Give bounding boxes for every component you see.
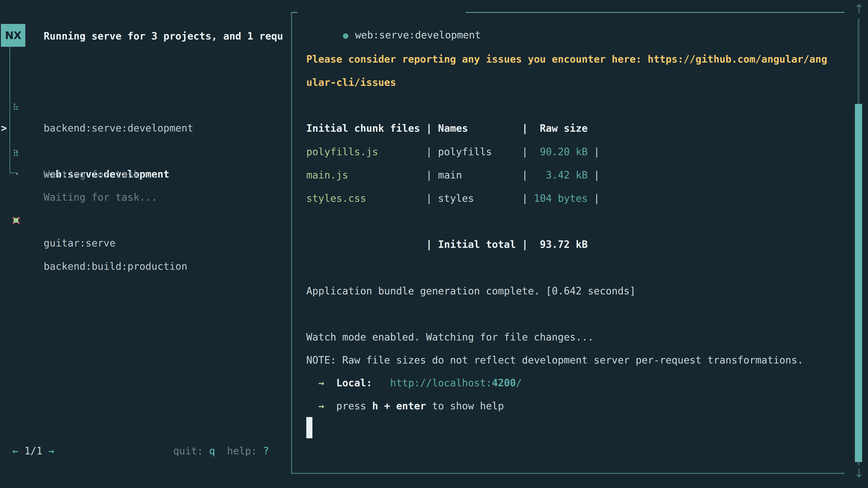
task-row-web-serve[interactable]: > ⣦ web:serve:development <box>0 94 291 117</box>
text-segment: | <box>516 146 534 158</box>
local-url-line: → Local: http://localhost:4200/ <box>306 371 522 394</box>
run-summary-title: Running serve for 3 projects, and 1 requ <box>43 25 283 48</box>
local-url-port[interactable]: 4200 <box>492 377 516 389</box>
text-segment: | <box>516 193 534 204</box>
text-segment: | <box>516 169 534 181</box>
pager: ← 1/1 → <box>12 440 54 462</box>
chunk-file: polyfills.js <box>306 146 420 158</box>
chunk-size: 3.42 kB <box>534 169 588 181</box>
task-label: Waiting for task... <box>43 163 157 186</box>
task-row-backend-build[interactable]: backend:build:production <box>0 209 291 232</box>
shortcut-hints: quit: q help: ? <box>173 440 269 462</box>
help-label: help: <box>227 445 263 457</box>
text-segment: | <box>588 169 600 181</box>
quit-key: q <box>209 445 215 457</box>
panel-border-left <box>291 12 292 474</box>
text-segment: press <box>336 400 372 412</box>
help-hint-line: → press h + enter to show help <box>306 394 504 418</box>
local-url-link[interactable]: / <box>516 377 522 389</box>
table-header-text: Initial chunk files | Names | Raw size <box>306 123 588 134</box>
note-text: NOTE: Raw file sizes do not reflect deve… <box>306 354 803 366</box>
help-keys: h + enter <box>372 400 426 412</box>
text-segment <box>372 377 390 389</box>
initial-total-text: | Initial total | 93.72 kB <box>306 238 588 250</box>
text-segment <box>306 377 318 389</box>
bundle-complete-text: Application bundle generation complete. … <box>306 285 636 297</box>
chunk-file: main.js <box>306 169 420 181</box>
nx-logo: NX <box>1 24 25 47</box>
local-url-link[interactable]: http://localhost: <box>390 377 492 389</box>
issue-report-line-1: Please consider reporting any issues you… <box>306 48 827 71</box>
task-row-waiting-2[interactable]: · Waiting for task... <box>0 140 291 163</box>
watch-mode-text: Watch mode enabled. Watching for file ch… <box>306 331 594 343</box>
chunk-size: 90.20 kB <box>534 146 588 158</box>
task-list-panel: NX Running serve for 3 projects, and 1 r… <box>0 0 291 488</box>
pager-prev-icon[interactable]: ← <box>12 445 19 457</box>
text-segment <box>215 445 227 457</box>
arrow-icon: → <box>318 377 324 389</box>
chunk-size: 104 bytes <box>534 193 588 204</box>
task-row-waiting-1[interactable]: · Waiting for task... <box>0 117 291 140</box>
bundle-complete-line: Application bundle generation complete. … <box>306 280 636 302</box>
scrollbar-thumb[interactable] <box>855 104 862 462</box>
watch-mode-line: Watch mode enabled. Watching for file ch… <box>306 326 594 349</box>
quit-label: quit: <box>173 445 209 457</box>
waiting-dot-icon: · <box>14 163 20 186</box>
chunk-name: styles <box>438 193 516 204</box>
pager-next-icon[interactable]: → <box>49 445 55 457</box>
panel-border-top-stub <box>291 12 298 13</box>
chunk-table-header: Initial chunk files | Names | Raw size <box>306 117 588 140</box>
chunk-name: main <box>438 169 516 181</box>
issues-url-text[interactable]: ular-cli/issues <box>306 76 396 88</box>
chunk-table-row: polyfills.js | polyfills | 90.20 kB | <box>306 140 600 163</box>
note-line: NOTE: Raw file sizes do not reflect deve… <box>306 349 803 372</box>
scroll-down-icon[interactable]: ↓ <box>852 464 865 482</box>
running-status-dot-icon: ● <box>343 30 348 40</box>
chunk-table-row: main.js | main | 3.42 kB | <box>306 164 600 187</box>
terminal-cursor[interactable] <box>306 417 312 438</box>
local-label: Local: <box>336 377 372 389</box>
text-segment: | <box>588 193 600 204</box>
text-segment <box>306 400 318 412</box>
initial-total-row: | Initial total | 93.72 kB <box>306 233 588 256</box>
pager-count: 1/1 <box>19 445 49 457</box>
text-segment: to show help <box>426 400 504 412</box>
text-segment: | <box>420 146 438 158</box>
panel-title-text: web:serve:development <box>355 29 481 41</box>
success-square-icon <box>13 218 18 223</box>
chunk-file: styles.css <box>306 193 420 204</box>
text-segment: | <box>588 146 600 158</box>
task-label: backend:build:production <box>43 255 187 278</box>
panel-title: ●web:serve:development <box>307 0 481 24</box>
panel-border-top-line <box>466 12 844 13</box>
text-segment: | <box>420 193 438 204</box>
scroll-up-icon[interactable]: ↑ <box>852 0 865 18</box>
nx-tui-screen: NX Running serve for 3 projects, and 1 r… <box>0 0 868 488</box>
chunk-table-row: styles.css | styles | 104 bytes | <box>306 187 600 210</box>
issue-report-line-2: ular-cli/issues <box>306 71 396 94</box>
panel-border-bottom <box>291 473 844 474</box>
arrow-icon: → <box>318 400 324 412</box>
text-segment <box>324 377 336 389</box>
task-label: guitar:serve <box>43 232 116 255</box>
text-segment <box>324 400 336 412</box>
task-row-guitar-serve[interactable]: × guitar:serve <box>0 186 291 208</box>
chunk-name: polyfills <box>438 146 516 158</box>
help-key: ? <box>263 445 269 457</box>
text-segment: | <box>420 169 438 181</box>
issues-url-text[interactable]: Please consider reporting any issues you… <box>306 53 827 65</box>
task-row-backend-serve[interactable]: ⣦ backend:serve:development <box>0 70 291 94</box>
